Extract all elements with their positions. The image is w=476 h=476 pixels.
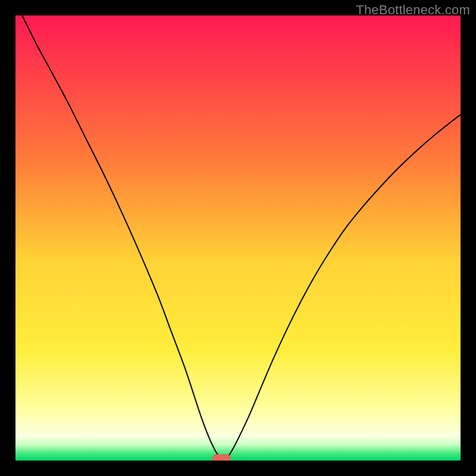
chart-plot-area [15,15,461,461]
watermark-text: TheBottleneck.com [356,2,470,18]
operating-point [212,455,231,461]
chart-svg [15,15,461,461]
chart-background [15,15,461,461]
chart-frame: TheBottleneck.com [0,0,476,476]
